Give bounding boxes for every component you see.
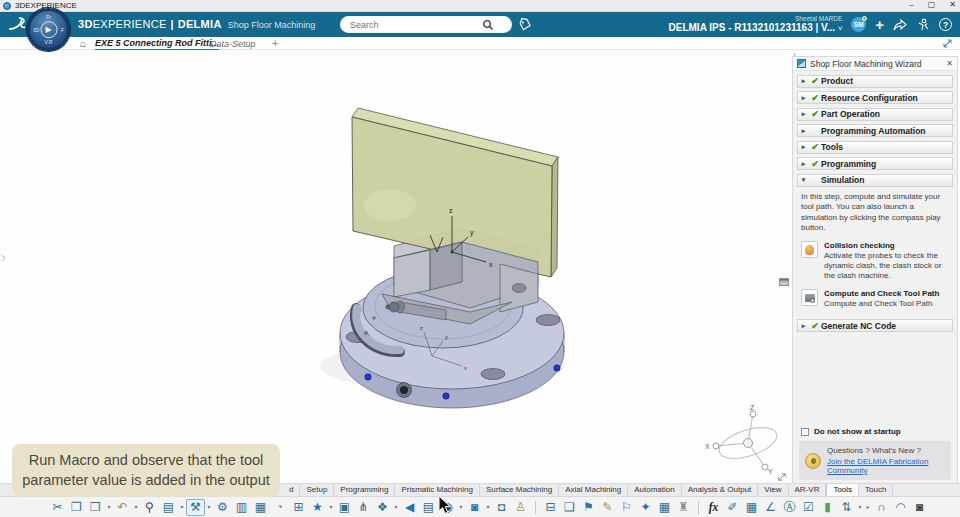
search-icon[interactable]: ⚲ <box>140 499 159 516</box>
view-compass-widget[interactable]: Z X Y <box>705 404 781 475</box>
dropdown-caret[interactable]: ▾ <box>105 499 113 516</box>
annotation-icon[interactable]: Ⓐ <box>780 499 799 516</box>
setup[interactable]: Setup <box>300 484 334 496</box>
probe-tool-icon[interactable]: ⚒ <box>186 499 205 516</box>
status-bar-icon[interactable]: ▮ <box>818 499 837 516</box>
tab-data-setup[interactable]: Data-Setup <box>210 39 256 49</box>
wizard-close-icon[interactable]: ✕ <box>946 59 953 68</box>
search-input[interactable] <box>340 20 480 30</box>
cut-icon[interactable]: ✂ <box>48 499 67 516</box>
part-operation[interactable]: ▸ ✔ Part Operation <box>797 108 953 121</box>
maximize-button[interactable]: ▢ <box>928 0 936 9</box>
table-icon[interactable]: ▦ <box>742 499 761 516</box>
tools[interactable]: Tools <box>826 484 859 496</box>
tag-icon[interactable] <box>518 18 532 32</box>
search-icon[interactable] <box>482 19 494 31</box>
workspace-caret-icon[interactable]: ˅ <box>838 25 842 32</box>
more-arrow[interactable]: ▸ <box>864 499 872 516</box>
camera-icon[interactable]: ◘ <box>492 499 511 516</box>
expand-ribbon-icon[interactable] <box>942 38 953 49</box>
paste-icon[interactable]: ❒ <box>86 499 105 516</box>
machine-icon[interactable]: ♜ <box>674 499 693 516</box>
dropdown-caret[interactable]: ▾ <box>484 499 492 516</box>
help-button[interactable]: ? <box>939 18 952 31</box>
section-expand-icon[interactable]: ▸ <box>798 322 809 330</box>
catalog-icon[interactable]: ▤ <box>159 499 178 516</box>
share-icon[interactable] <box>893 19 907 31</box>
sliders-icon[interactable]: ⇅ <box>837 499 856 516</box>
flag-check-icon[interactable]: ⚐ <box>617 499 636 516</box>
left-panel-expand-icon[interactable]: › <box>1 248 6 265</box>
display-settings-icon[interactable]: ❖ <box>373 499 392 516</box>
minimize-button[interactable]: – <box>909 0 913 9</box>
wizard-section-simulation[interactable]: ▾ Simulation <box>797 174 953 187</box>
hierarchy-icon[interactable]: ⋔ <box>354 499 373 516</box>
section-collapse-icon[interactable]: ▾ <box>798 176 809 184</box>
monitor-tree-icon[interactable]: ⊟ <box>541 499 560 516</box>
frame-select-icon[interactable]: ⊞ <box>289 499 308 516</box>
resource-configuration[interactable]: ▸ ✔ Resource Configuration <box>797 91 953 104</box>
screen-marker-icon[interactable] <box>779 278 789 286</box>
measure-icon[interactable]: ∠ <box>761 499 780 516</box>
collision-checking-item[interactable]: Collision checking Activate the probes t… <box>801 241 949 282</box>
view-grid-icon[interactable]: ▦ <box>251 499 270 516</box>
community-icon[interactable] <box>916 18 930 31</box>
3d-scene[interactable]: z y x z y x <box>0 50 790 483</box>
compass-play-icon[interactable]: ▶ <box>40 21 57 38</box>
product[interactable]: ▸ ✔ Product <box>797 75 953 88</box>
memory-chip-icon[interactable]: ▣ <box>335 499 354 516</box>
user-avatar[interactable]: SM <box>851 17 866 32</box>
dropdown-caret[interactable]: ▾ <box>856 499 864 516</box>
section-expand-icon[interactable]: ▸ <box>798 94 809 102</box>
section-expand-icon[interactable]: ▸ <box>798 160 809 168</box>
new-tab-button[interactable]: + <box>272 37 278 49</box>
back-icon[interactable]: ◀ <box>400 499 419 516</box>
viewport-expand-icon[interactable] <box>777 472 787 482</box>
community-link[interactable]: Join the DELMIA Fabrication Community <box>827 457 945 475</box>
do-not-show-checkbox[interactable] <box>801 428 809 436</box>
compute-check-tool-path-item[interactable]: Compute and Check Tool Path Compute and … <box>801 289 949 309</box>
touch[interactable]: Touch <box>859 484 893 496</box>
resources-chart-icon[interactable]: ◔ <box>270 499 289 516</box>
undo-icon[interactable]: ↶ <box>113 499 132 516</box>
automation[interactable]: Automation <box>628 484 681 496</box>
snapshot-settings-icon[interactable]: ◙ <box>910 499 929 516</box>
wand-icon[interactable]: ✐ <box>723 499 742 516</box>
checklist-icon[interactable]: ☑ <box>799 499 818 516</box>
section-expand-icon[interactable]: ▸ <box>798 110 809 118</box>
wizard-section-generate-nc-code[interactable]: ▸ ✔ Generate NC Code <box>797 319 953 332</box>
programming-automation[interactable]: ▸ Programming Automation <box>797 124 953 137</box>
section-expand-icon[interactable]: ▸ <box>798 77 809 85</box>
3dexperience-compass[interactable]: ▶ Fr 3D F V.R <box>27 8 70 51</box>
section-expand-icon[interactable]: ▸ <box>798 127 809 135</box>
add-content-button[interactable]: + <box>875 17 884 32</box>
global-search[interactable] <box>340 16 512 33</box>
copy-icon[interactable]: ❐ <box>67 499 86 516</box>
view[interactable]: View <box>758 484 788 496</box>
favorites-star-icon[interactable]: ★ <box>308 499 327 516</box>
dropdown-caret[interactable]: ▾ <box>132 499 140 516</box>
operations-list-icon[interactable]: ▤ <box>419 499 438 516</box>
formula-fx-icon[interactable]: fx <box>704 499 723 516</box>
dropdown-caret[interactable]: ▾ <box>392 499 400 516</box>
tool-settings-icon[interactable]: ⚙ <box>213 499 232 516</box>
flag-tool-icon[interactable]: ⚑ <box>579 499 598 516</box>
dropdown-caret[interactable]: ▾ <box>457 499 465 516</box>
pencil-icon[interactable]: ✎ <box>598 499 617 516</box>
simulation-player-icon[interactable]: ♙ <box>511 499 530 516</box>
probe-dome-icon[interactable]: ◠ <box>891 499 910 516</box>
axial-machining[interactable]: Axial Machining <box>559 484 628 496</box>
programming[interactable]: Programming <box>334 484 395 496</box>
home-icon[interactable]: ⌂ <box>80 38 86 49</box>
dropdown-caret[interactable]: ▾ <box>178 499 186 516</box>
ar-vr[interactable]: AR-VR <box>789 484 827 496</box>
3d-viewport[interactable]: › <box>0 50 790 483</box>
stock-boxes-icon[interactable]: ▦ <box>655 499 674 516</box>
video-capture-icon[interactable]: ◙ <box>465 499 484 516</box>
d[interactable]: d <box>283 484 300 496</box>
analysis-output[interactable]: Analysis & Output <box>682 484 759 496</box>
section-expand-icon[interactable]: ▸ <box>798 143 809 151</box>
programming[interactable]: ▸ ✔ Programming <box>797 157 953 170</box>
workspace-block[interactable]: Sheetal MARDE DELMIA IPS - R113210123116… <box>669 16 843 34</box>
edit-list-icon[interactable]: ▥ <box>232 499 251 516</box>
